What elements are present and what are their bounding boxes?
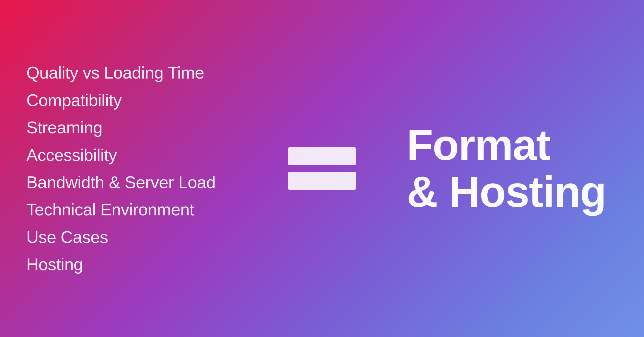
menu-item-bandwidth-server-load: Bandwidth & Server Load bbox=[26, 171, 215, 193]
equals-icon bbox=[288, 147, 356, 190]
left-menu: Quality vs Loading Time Compatibility St… bbox=[26, 0, 215, 337]
slide-background: Quality vs Loading Time Compatibility St… bbox=[0, 0, 644, 337]
bar-icon-top bbox=[288, 147, 356, 165]
title-line2: & Hosting bbox=[407, 168, 606, 215]
menu-item-hosting: Hosting bbox=[26, 253, 215, 275]
title-line1: Format bbox=[407, 122, 606, 168]
menu-item-compatibility: Compatibility bbox=[26, 89, 215, 111]
main-title: Format & Hosting bbox=[407, 122, 606, 215]
menu-item-streaming: Streaming bbox=[26, 116, 215, 138]
menu-item-accessibility: Accessibility bbox=[26, 144, 215, 166]
menu-item-technical-environment: Technical Environment bbox=[26, 198, 215, 220]
bar-icon-bottom bbox=[288, 172, 356, 190]
menu-item-use-cases: Use Cases bbox=[26, 226, 215, 248]
menu-item-quality-vs-loading-time: Quality vs Loading Time bbox=[26, 62, 215, 84]
